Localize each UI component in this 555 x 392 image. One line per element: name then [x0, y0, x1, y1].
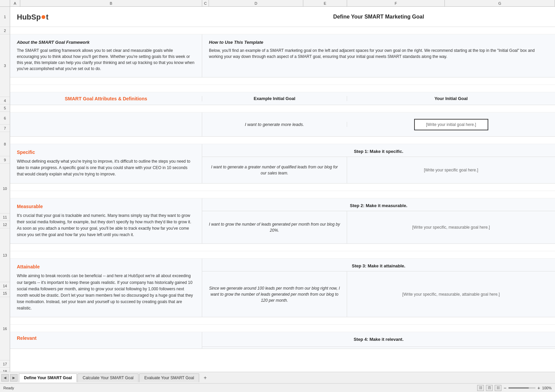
how-to-text: Below, you'll find an example of a SMART…: [209, 47, 548, 60]
attainable-your-placeholder[interactable]: [Write your specific, measurable, attain…: [347, 271, 555, 317]
row-num-9: 9: [0, 156, 10, 164]
tab-bar: ◀ ▶ Define Your SMART Goal Calculate You…: [0, 372, 555, 383]
about-section: About the SMART Goal Framework The SMART…: [10, 34, 202, 77]
page-title: Define Your SMART Marketing Goal: [202, 14, 555, 20]
row-num-8: 8: [0, 132, 10, 156]
content-area: HubSp●t Define Your SMART Marketing Goal…: [10, 7, 555, 349]
sheet-content: HubSp●t Define Your SMART Marketing Goal…: [10, 7, 555, 372]
row-4-empty: [10, 77, 555, 85]
row-18-empty: [10, 325, 555, 332]
attainable-right: Step 3: Make it attainable. Since we gen…: [202, 259, 555, 317]
row-12-empty: [10, 191, 555, 198]
logo-cell: HubSp●t: [10, 8, 202, 25]
zoom-slider[interactable]: [508, 387, 535, 389]
row-num-2: 2: [0, 27, 10, 34]
relevant-section-row: Relevant Step 4: Make it relevant.: [10, 332, 555, 349]
specific-label: Specific: [17, 150, 195, 155]
row-11-empty: [10, 184, 555, 191]
measurable-label: Measurable: [17, 204, 195, 209]
tab-evaluate-smart-goal[interactable]: Evaluate Your SMART Goal: [139, 373, 199, 382]
hubspot-logo: HubSp●t: [17, 11, 49, 22]
row-num-12: 12: [0, 221, 10, 228]
info-row: About the SMART Goal Framework The SMART…: [10, 34, 555, 77]
logo-dot: ●: [41, 11, 46, 22]
col-header-g[interactable]: G: [445, 0, 555, 6]
row-num-11: 11: [0, 214, 10, 221]
specific-section-row: Specific Without defining exactly what y…: [10, 144, 555, 184]
your-initial-heading: Your Initial Goal: [347, 96, 555, 101]
attainable-left: Attainable While aiming to break records…: [10, 259, 202, 317]
zoom-plus-icon[interactable]: +: [537, 385, 540, 391]
attainable-step-header: Step 3: Make it attainable.: [202, 259, 555, 271]
measurable-description: It's crucial that your goal is trackable…: [17, 213, 195, 238]
row-num-4: 4: [0, 97, 10, 104]
initial-left-empty: [10, 112, 202, 136]
row-num-16: 16: [0, 297, 10, 360]
col-header-b[interactable]: B: [20, 0, 202, 6]
row-15-empty: [10, 251, 555, 259]
col-header-f[interactable]: F: [347, 0, 445, 6]
attainable-description: While aiming to break records can be ben…: [17, 273, 195, 312]
relevant-right: Step 4: Make it relevant.: [202, 332, 555, 349]
row-num-17: 17: [0, 360, 10, 368]
measurable-right: Step 2: Make it measurable. I want to gr…: [202, 198, 555, 244]
page-break-icon[interactable]: ☷: [495, 385, 501, 391]
row-numbers: 1 2 3 4 5 6 7 8 9 10 11 12 13 14 15 16 1…: [0, 7, 10, 372]
row-17-empty: [10, 317, 555, 325]
row-num-15: 15: [0, 290, 10, 297]
row-num-18: 18: [0, 368, 10, 372]
col-header-a[interactable]: A: [10, 0, 20, 6]
attainable-label: Attainable: [17, 264, 195, 269]
row-9-empty: [10, 137, 555, 144]
status-right: ☷ ☶ ☷ − + 100%: [477, 385, 552, 391]
your-initial-goal-container[interactable]: [Write your initial goal here.]: [347, 116, 555, 134]
row-num-13: 13: [0, 228, 10, 282]
tab-define-smart-goal[interactable]: Define Your SMART Goal: [19, 373, 77, 382]
normal-view-icon[interactable]: ☷: [477, 385, 484, 391]
specific-step-header: Step 1: Make it specific.: [202, 144, 555, 157]
add-sheet-button[interactable]: +: [201, 374, 209, 382]
row-num-14: 14: [0, 282, 10, 290]
smart-column-headers: SMART Goal Attributes & Definitions Exam…: [10, 92, 555, 105]
col-header-e[interactable]: E: [303, 0, 347, 6]
row-7-empty: [10, 105, 555, 112]
row-num-10: 10: [0, 164, 10, 214]
tab-prev-button[interactable]: ◀: [1, 374, 9, 382]
col-header-d[interactable]: D: [209, 0, 303, 6]
specific-your-placeholder[interactable]: [Write your specific goal here.]: [347, 157, 555, 183]
tab-next-button[interactable]: ▶: [10, 374, 18, 382]
how-to-section: How to Use This Template Below, you'll f…: [202, 34, 555, 77]
specific-description: Without defining exactly what you're try…: [17, 158, 195, 178]
row-2-empty: [10, 27, 555, 34]
status-bar: Ready ☷ ☶ ☷ − + 100%: [0, 383, 555, 392]
row-5-empty: [10, 85, 555, 92]
specific-left: Specific Without defining exactly what y…: [10, 144, 202, 183]
attainable-section-row: Attainable While aiming to break records…: [10, 259, 555, 317]
spreadsheet-app: A B C D E F G 1 2 3 4 5 6 7 8 9 10 11 12…: [0, 0, 555, 392]
smart-attributes-heading: SMART Goal Attributes & Definitions: [10, 96, 202, 101]
measurable-step-content: I want to grow the number of leads gener…: [202, 211, 555, 244]
relevant-step-header: Step 4: Make it relevant.: [202, 332, 555, 347]
zoom-level: 100%: [542, 386, 552, 390]
measurable-your-placeholder[interactable]: [Write your specific, measurable goal he…: [347, 211, 555, 244]
col-header-c[interactable]: C: [202, 0, 209, 6]
measurable-section-row: Measurable It's crucial that your goal i…: [10, 198, 555, 244]
specific-right: Step 1: Make it specific. I want to gene…: [202, 144, 555, 183]
attainable-example-text: Since we generate around 100 leads per m…: [202, 271, 347, 317]
about-text: The SMART goal setting framework allows …: [17, 47, 195, 72]
initial-goal-row: I want to generate more leads. [Write yo…: [10, 112, 555, 137]
measurable-left: Measurable It's crucial that your goal i…: [10, 198, 202, 244]
row-14-empty: [10, 244, 555, 251]
zoom-minus-icon[interactable]: −: [503, 385, 506, 391]
row-num-5: 5: [0, 104, 10, 112]
your-initial-goal-input[interactable]: [Write your initial goal here.]: [414, 119, 488, 130]
specific-step-content: I want to generate a greater number of q…: [202, 157, 555, 183]
tab-calculate-smart-goal[interactable]: Calculate Your SMART Goal: [78, 373, 138, 382]
status-ready-text: Ready: [3, 386, 14, 390]
row-num-1: 1: [0, 7, 10, 27]
page-layout-icon[interactable]: ☶: [486, 385, 493, 391]
corner-header: [0, 0, 10, 6]
measurable-example-text: I want to grow the number of leads gener…: [202, 211, 347, 244]
column-header-row: A B C D E F G: [0, 0, 555, 7]
row-num-6: 6: [0, 112, 10, 125]
